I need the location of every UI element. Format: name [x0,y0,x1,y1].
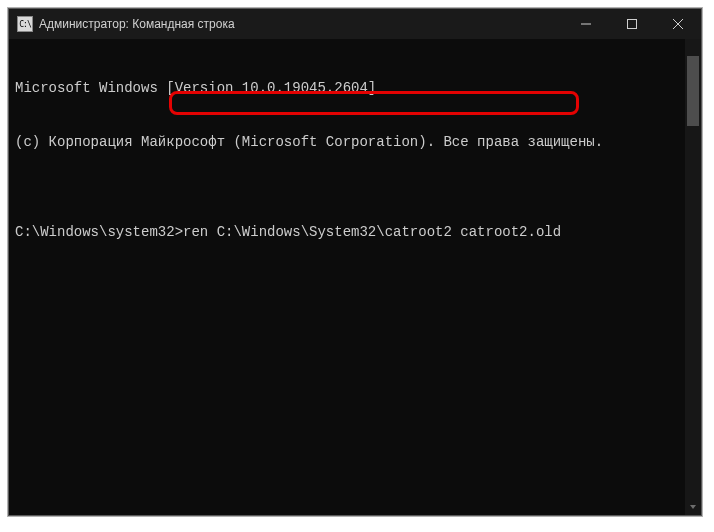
window-controls [563,9,701,39]
cmd-icon: C:\ [17,16,33,32]
terminal-prompt: C:\Windows\system32> [15,224,183,240]
vertical-scrollbar[interactable] [685,39,701,515]
scrollbar-thumb[interactable] [687,56,699,126]
window-title: Администратор: Командная строка [39,17,235,31]
maximize-button[interactable] [609,9,655,39]
terminal-line-copyright: (c) Корпорация Майкрософт (Microsoft Cor… [15,133,695,151]
cmd-window: C:\ Администратор: Командная строка Micr… [8,8,702,516]
terminal-area[interactable]: Microsoft Windows [Version 10.0.19045.26… [9,39,701,515]
close-button[interactable] [655,9,701,39]
svg-rect-1 [628,20,637,29]
terminal-line-version: Microsoft Windows [Version 10.0.19045.26… [15,79,695,97]
svg-marker-5 [690,505,696,509]
minimize-button[interactable] [563,9,609,39]
scroll-down-arrow[interactable] [685,498,701,515]
titlebar[interactable]: C:\ Администратор: Командная строка [9,9,701,39]
terminal-command-text: ren C:\Windows\System32\catroot2 catroot… [183,224,561,240]
terminal-line-command: C:\Windows\system32>ren C:\Windows\Syste… [15,223,695,241]
